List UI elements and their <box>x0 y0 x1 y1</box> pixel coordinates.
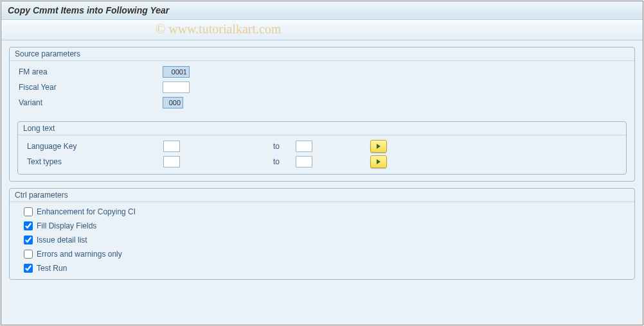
text-types-to-label: to <box>264 157 296 166</box>
variant-label: Variant <box>15 98 163 107</box>
language-key-label: Language Key <box>23 142 163 151</box>
fiscal-year-label: Fiscal Year <box>15 83 163 92</box>
ctrl-parameters-label: Ctrl parameters <box>10 189 634 202</box>
fiscal-year-row: Fiscal Year <box>15 80 629 94</box>
fm-area-row: FM area <box>15 65 629 79</box>
language-key-from-input[interactable] <box>163 141 180 152</box>
long-text-label: Long text <box>18 122 626 135</box>
source-parameters-group: Source parameters FM area Fiscal Year Va… <box>9 47 635 182</box>
arrow-right-icon <box>377 144 380 149</box>
errors-only-label: Errors and warnings only <box>37 250 122 259</box>
fill-display-label: Fill Display Fields <box>37 221 96 230</box>
fill-display-checkbox[interactable] <box>24 221 33 230</box>
text-types-range-button[interactable] <box>370 155 387 168</box>
errors-only-checkbox[interactable] <box>24 250 33 259</box>
enhancement-label: Enhancement for Copying CI <box>37 207 136 216</box>
language-key-row: Language Key to <box>23 139 621 153</box>
variant-input[interactable] <box>163 97 183 108</box>
long-text-group: Long text Language Key to <box>17 121 627 175</box>
text-types-label: Text types <box>23 157 163 166</box>
source-parameters-label: Source parameters <box>10 47 634 61</box>
text-types-from-input[interactable] <box>163 156 180 167</box>
test-run-checkbox[interactable] <box>24 264 33 273</box>
content-area: Source parameters FM area Fiscal Year Va… <box>1 40 643 294</box>
header-bar: Copy Cmmt Items into Following Year <box>1 1 643 20</box>
variant-row: Variant <box>15 96 629 110</box>
language-key-to-label: to <box>264 142 296 151</box>
test-run-label: Test Run <box>37 264 67 273</box>
fm-area-input[interactable] <box>163 66 190 78</box>
arrow-right-icon <box>377 159 380 164</box>
language-key-range-button[interactable] <box>370 140 387 153</box>
enhancement-checkbox[interactable] <box>24 207 33 216</box>
issue-detail-checkbox[interactable] <box>24 236 33 244</box>
fm-area-label: FM area <box>15 67 163 76</box>
language-key-to-input[interactable] <box>296 141 312 152</box>
text-types-to-input[interactable] <box>296 156 312 167</box>
ctrl-parameters-group: Ctrl parameters Enhancement for Copying … <box>9 188 635 280</box>
toolbar <box>1 20 643 40</box>
text-types-row: Text types to <box>23 155 621 169</box>
page-title: Copy Cmmt Items into Following Year <box>8 5 169 15</box>
issue-detail-label: Issue detail list <box>37 236 87 244</box>
fiscal-year-input[interactable] <box>163 82 190 93</box>
